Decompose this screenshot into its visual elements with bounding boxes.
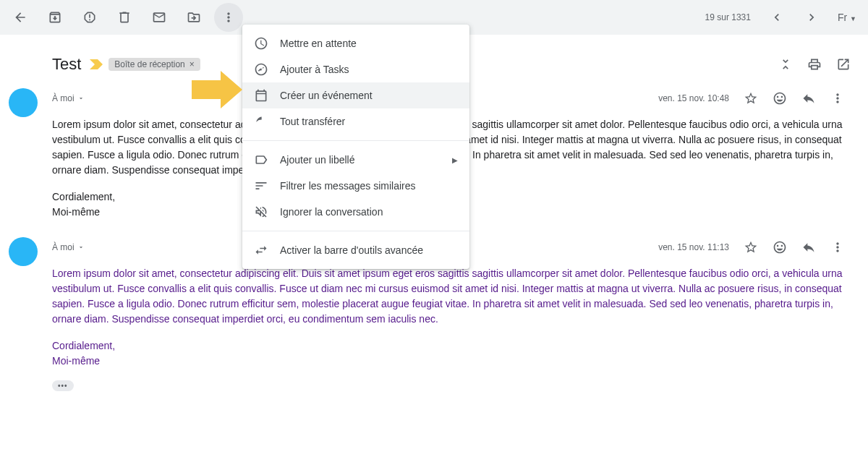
reply-icon — [801, 240, 816, 255]
menu-label: Mettre en attente — [280, 38, 357, 49]
message-date: ven. 15 nov. 10:48 — [658, 93, 729, 103]
menu-activate-toolbar[interactable]: Activer la barre d'outils avancée — [242, 237, 469, 263]
delete-button[interactable] — [110, 3, 139, 32]
star-button[interactable] — [744, 240, 758, 255]
language-label: Fr — [838, 12, 847, 23]
subject-actions — [778, 57, 856, 72]
calendar-icon — [254, 88, 268, 103]
reply-button[interactable] — [801, 91, 816, 106]
subject-title: Test — [52, 55, 81, 74]
chevron-right-icon: ▶ — [452, 156, 458, 164]
star-outline-icon — [744, 91, 758, 106]
star-outline-icon — [744, 240, 758, 255]
move-folder-icon — [187, 10, 201, 25]
menu-create-event[interactable]: Créer un événement — [242, 82, 469, 108]
open-new-window-button[interactable] — [836, 57, 851, 72]
next-button[interactable] — [797, 3, 826, 32]
react-button[interactable] — [773, 240, 787, 255]
unfold-less-icon — [778, 57, 793, 72]
prev-button[interactable] — [762, 3, 791, 32]
forward-icon — [254, 114, 268, 129]
menu-add-label[interactable]: Ajouter un libellé ▶ — [242, 147, 469, 173]
menu-forward-all[interactable]: Tout transférer — [242, 108, 469, 134]
move-to-button[interactable] — [179, 3, 208, 32]
more-button[interactable] — [214, 3, 243, 32]
message-signature: Cordialement, Moi-même — [52, 338, 845, 369]
recipient-dropdown[interactable]: À moi — [52, 242, 85, 252]
mark-unread-button[interactable] — [145, 3, 174, 32]
inbox-label-chip[interactable]: Boîte de réception × — [109, 58, 200, 71]
task-add-icon — [254, 62, 268, 77]
toolbar-action-group-2 — [145, 3, 243, 32]
archive-icon — [48, 10, 62, 25]
mute-icon — [254, 205, 268, 219]
show-trimmed-button[interactable]: ••• — [52, 380, 74, 391]
back-button[interactable] — [6, 3, 35, 32]
message-more-button[interactable] — [830, 240, 845, 255]
importance-marker-icon[interactable] — [90, 59, 103, 69]
avatar[interactable] — [9, 88, 38, 117]
chevron-left-icon — [770, 10, 784, 25]
collapse-all-button[interactable] — [778, 57, 793, 72]
toolbar-action-group-1 — [41, 3, 139, 32]
input-language-button[interactable]: Fr ▼ — [832, 12, 862, 23]
menu-label: Activer la barre d'outils avancée — [280, 244, 423, 256]
reply-icon — [801, 91, 816, 106]
mail-unread-icon — [152, 10, 166, 25]
menu-divider — [242, 140, 469, 141]
expand-more-icon — [77, 95, 85, 102]
more-vert-icon — [830, 240, 845, 255]
menu-label: Ajouter à Tasks — [280, 64, 349, 75]
filter-icon — [254, 179, 268, 193]
trash-icon — [117, 10, 132, 25]
spam-button[interactable] — [75, 3, 104, 32]
label-icon — [254, 153, 268, 167]
more-actions-menu: Mettre en attente Ajouter à Tasks Créer … — [242, 25, 469, 269]
recipient-dropdown[interactable]: À moi — [52, 93, 85, 103]
menu-label: Filtrer les messages similaires — [280, 180, 415, 192]
pagination-counter: 19 sur 1331 — [705, 12, 751, 22]
report-spam-icon — [82, 10, 97, 25]
swap-icon — [254, 243, 268, 257]
clock-icon — [254, 36, 268, 51]
menu-label: Tout transférer — [280, 116, 345, 127]
menu-label: Créer un événement — [280, 90, 373, 101]
label-text: Boîte de réception — [114, 59, 184, 69]
arrow-back-icon — [13, 10, 27, 25]
menu-label: Ignorer la conversation — [280, 206, 383, 218]
open-in-new-icon — [836, 57, 851, 72]
print-button[interactable] — [807, 57, 822, 72]
menu-filter-similar[interactable]: Filtrer les messages similaires — [242, 173, 469, 199]
react-button[interactable] — [773, 91, 787, 106]
menu-add-to-tasks[interactable]: Ajouter à Tasks — [242, 56, 469, 82]
menu-divider — [242, 231, 469, 231]
more-vert-icon — [830, 91, 845, 106]
emoji-icon — [773, 91, 787, 106]
menu-snooze[interactable]: Mettre en attente — [242, 30, 469, 56]
menu-mute[interactable]: Ignorer la conversation — [242, 199, 469, 225]
avatar[interactable] — [9, 237, 38, 266]
reply-button[interactable] — [801, 240, 816, 255]
toolbar-nav-group — [6, 3, 35, 32]
star-button[interactable] — [744, 91, 758, 106]
chevron-right-icon — [804, 10, 819, 25]
remove-label-icon[interactable]: × — [190, 59, 195, 69]
menu-label: Ajouter un libellé — [280, 154, 355, 166]
message-meta: ven. 15 nov. 11:13 — [658, 240, 845, 255]
print-icon — [807, 57, 822, 72]
more-vert-icon — [221, 10, 236, 25]
emoji-icon — [773, 240, 787, 255]
message-date: ven. 15 nov. 11:13 — [658, 242, 729, 252]
message-body: Lorem ipsum dolor sit amet, consectetur … — [52, 266, 845, 327]
message-more-button[interactable] — [830, 91, 845, 106]
message-meta: ven. 15 nov. 10:48 — [658, 91, 845, 106]
archive-button[interactable] — [41, 3, 69, 32]
expand-more-icon — [77, 244, 85, 251]
